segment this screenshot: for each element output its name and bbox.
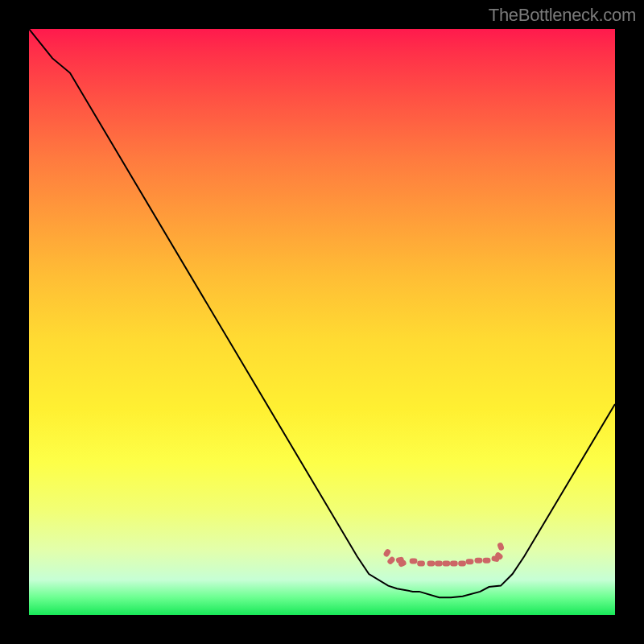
marker-dash (435, 561, 443, 567)
marker-dash (417, 561, 425, 567)
marker-dash (410, 559, 418, 564)
watermark-text: TheBottleneck.com (489, 5, 636, 26)
marker-dash (427, 561, 435, 567)
marker-dash (386, 555, 396, 565)
marker-dash (442, 561, 450, 567)
main-curve (29, 29, 615, 597)
marker-dash (458, 561, 466, 567)
marker-dash (382, 548, 391, 558)
marker-dash (474, 558, 482, 564)
marker-dashes (382, 542, 505, 568)
marker-dash (450, 561, 458, 567)
bottleneck-curve-chart (29, 29, 615, 615)
marker-dash (466, 559, 474, 564)
marker-dash (497, 542, 505, 551)
chart-plot-area (29, 29, 615, 615)
marker-dash (483, 558, 491, 564)
